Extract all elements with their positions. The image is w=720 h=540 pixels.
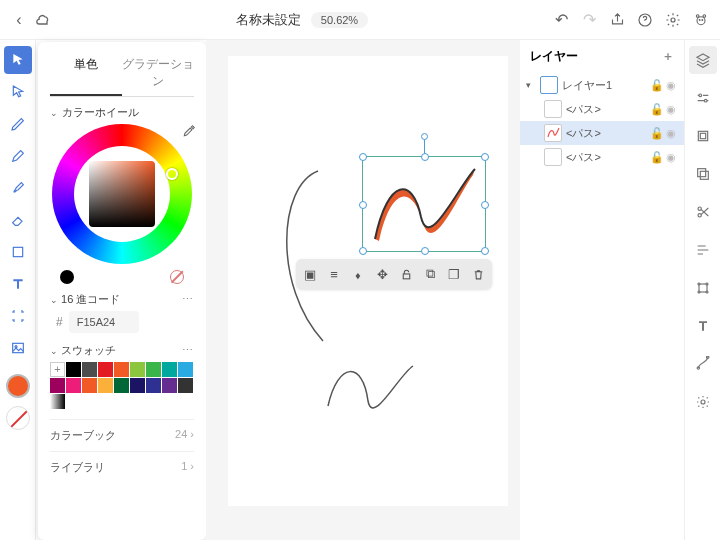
shape-tool[interactable] [4, 238, 32, 266]
swatch-cell[interactable] [82, 362, 97, 377]
visibility-icon[interactable]: ◉ [666, 79, 678, 92]
zoom-level[interactable]: 50.62% [311, 12, 368, 28]
color-panel: 単色 グラデーション ⌄カラーホイール ⌄ 16 進コード ⋯ # ⌄ スウォッ… [38, 42, 206, 540]
visibility-icon[interactable]: ◉ [666, 127, 678, 140]
eraser-tool[interactable] [4, 206, 32, 234]
selection-bounding-box[interactable] [362, 156, 486, 252]
layer-row[interactable]: ▾ レイヤー1 🔓 ◉ [520, 73, 684, 97]
colorbook-link[interactable]: カラーブック 24 › [50, 419, 194, 451]
selection-tool[interactable] [4, 46, 32, 74]
path-panel-icon[interactable] [689, 350, 717, 378]
duplicate-icon[interactable]: ⧉ [422, 266, 438, 282]
swatch-cell[interactable] [98, 378, 113, 393]
gear-icon[interactable] [689, 388, 717, 416]
share-icon[interactable] [608, 11, 626, 29]
lock-icon[interactable]: 🔓 [650, 151, 662, 164]
rotate-handle[interactable] [421, 133, 428, 140]
library-link[interactable]: ライブラリ 1 › [50, 451, 194, 483]
stroke-color-swatch[interactable] [6, 406, 30, 430]
text-panel-icon[interactable] [689, 312, 717, 340]
layers-panel: レイヤー ＋ ▾ レイヤー1 🔓 ◉ <パス> 🔓 ◉ <パス> 🔓 ◉ <パス… [520, 40, 684, 220]
crop-panel-icon[interactable] [689, 160, 717, 188]
svg-rect-15 [697, 169, 705, 177]
list-icon[interactable]: ≡ [326, 266, 342, 282]
swatch-cell[interactable] [82, 378, 97, 393]
layers-panel-icon[interactable] [689, 46, 717, 74]
hex-input[interactable] [69, 311, 139, 333]
swatch-cell[interactable] [114, 362, 129, 377]
swatch-cell[interactable] [162, 378, 177, 393]
properties-panel-icon[interactable] [689, 84, 717, 112]
document-title[interactable]: 名称未設定 [236, 11, 301, 29]
color-preview-none[interactable] [170, 270, 184, 284]
undo-icon[interactable]: ↶ [552, 11, 570, 29]
left-toolbar [0, 40, 36, 540]
teddy-icon[interactable] [692, 11, 710, 29]
swatch-cell[interactable] [130, 362, 145, 377]
group-icon[interactable]: ❐ [446, 266, 462, 282]
move-icon[interactable]: ✥ [374, 266, 390, 282]
direct-selection-tool[interactable] [4, 78, 32, 106]
canvas-area[interactable]: ▣ ≡ ⬧ ✥ ⧉ ❐ [206, 40, 520, 540]
cloud-icon[interactable] [34, 11, 52, 29]
hex-section[interactable]: ⌄ 16 進コード ⋯ [50, 292, 194, 307]
swatch-cell[interactable] [98, 362, 113, 377]
arrange-icon[interactable]: ⬧ [350, 266, 366, 282]
layer-row[interactable]: <パス> 🔓 ◉ [520, 97, 684, 121]
tab-solid[interactable]: 単色 [50, 50, 122, 96]
swatch-grid: + [50, 362, 194, 409]
visibility-icon[interactable]: ◉ [666, 151, 678, 164]
svg-point-25 [706, 356, 708, 358]
artboard-tool[interactable] [4, 302, 32, 330]
align-panel-icon[interactable] [689, 236, 717, 264]
swatch-section[interactable]: ⌄ スウォッチ ⋯ [50, 343, 194, 358]
hex-menu-icon[interactable]: ⋯ [182, 293, 194, 306]
lock-icon[interactable]: 🔓 [650, 103, 662, 116]
swatch-cell[interactable] [162, 362, 177, 377]
text-tool[interactable] [4, 270, 32, 298]
visibility-icon[interactable]: ◉ [666, 103, 678, 116]
swatch-cell[interactable] [50, 394, 65, 409]
back-icon[interactable]: ‹ [10, 11, 28, 29]
tab-gradient[interactable]: グラデーション [122, 50, 194, 96]
hue-handle[interactable] [166, 168, 178, 180]
swatch-add[interactable]: + [50, 362, 65, 377]
pen-tool[interactable] [4, 110, 32, 138]
saturation-value-box[interactable] [89, 161, 155, 227]
pencil-tool[interactable] [4, 142, 32, 170]
transform-panel-icon[interactable] [689, 274, 717, 302]
swatch-cell[interactable] [146, 378, 161, 393]
fill-color-swatch[interactable] [6, 374, 30, 398]
brush-tool[interactable] [4, 174, 32, 202]
swatch-menu-icon[interactable]: ⋯ [182, 344, 194, 357]
appearance-panel-icon[interactable] [689, 122, 717, 150]
contextual-toolbar: ▣ ≡ ⬧ ✥ ⧉ ❐ [296, 259, 492, 289]
place-image-tool[interactable] [4, 334, 32, 362]
redo-icon[interactable]: ↷ [580, 11, 598, 29]
layer-row[interactable]: <パス> 🔓 ◉ [520, 121, 684, 145]
swatch-cell[interactable] [66, 378, 81, 393]
layer-row[interactable]: <パス> 🔓 ◉ [520, 145, 684, 169]
help-icon[interactable] [636, 11, 654, 29]
eyedropper-icon[interactable] [182, 124, 196, 141]
swatch-cell[interactable] [66, 362, 81, 377]
add-layer-icon[interactable]: ＋ [662, 48, 674, 65]
select-all-icon[interactable]: ▣ [302, 266, 318, 282]
swatch-cell[interactable] [50, 378, 65, 393]
svg-point-12 [704, 99, 707, 102]
swatch-cell[interactable] [114, 378, 129, 393]
swatch-cell[interactable] [146, 362, 161, 377]
swatch-cell[interactable] [178, 362, 193, 377]
swatch-cell[interactable] [130, 378, 145, 393]
colorwheel-section[interactable]: ⌄カラーホイール [50, 105, 194, 120]
lock-icon[interactable]: 🔓 [650, 127, 662, 140]
settings-icon[interactable] [664, 11, 682, 29]
trash-icon[interactable] [470, 266, 486, 282]
unlock-icon[interactable] [398, 266, 414, 282]
color-wheel[interactable] [52, 124, 192, 264]
scissors-icon[interactable] [689, 198, 717, 226]
lock-icon[interactable]: 🔓 [650, 79, 662, 92]
swatch-cell[interactable] [178, 378, 193, 393]
color-preview-current[interactable] [60, 270, 74, 284]
svg-rect-19 [699, 284, 707, 292]
